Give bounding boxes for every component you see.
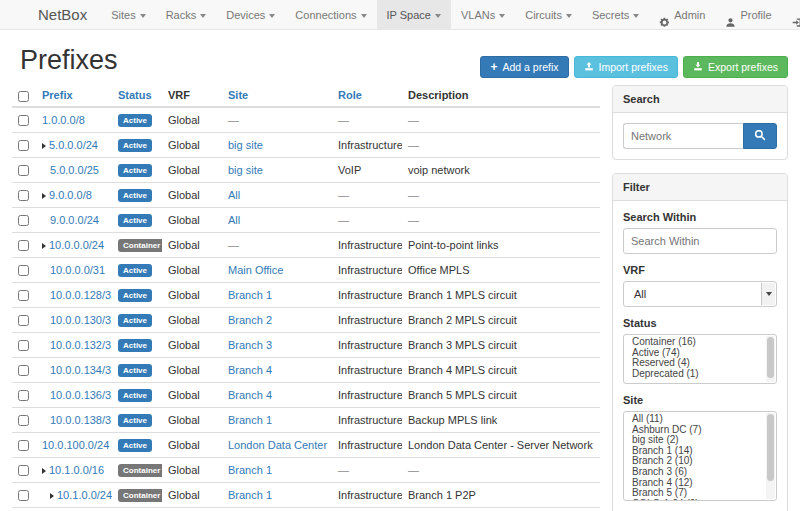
filter-select-vrf[interactable]: All <box>623 281 777 307</box>
gear-icon <box>659 9 670 20</box>
prefix-link[interactable]: 10.1.0.0/24 <box>57 489 112 501</box>
prefix-link[interactable]: 9.0.0.0/24 <box>50 214 99 226</box>
row-checkbox[interactable] <box>18 190 29 201</box>
prefix-link[interactable]: 10.0.0.0/24 <box>49 239 104 251</box>
filter-input-search-within[interactable] <box>623 228 777 254</box>
prefix-link[interactable]: 10.0.100.0/24 <box>42 439 109 451</box>
expand-arrow-icon[interactable] <box>50 493 54 499</box>
prefix-link[interactable]: 10.0.0.132/31 <box>50 339 112 351</box>
listbox-option[interactable]: Container (16) <box>624 337 764 348</box>
row-checkbox[interactable] <box>18 115 29 126</box>
site-link[interactable]: Branch 1 <box>228 464 272 476</box>
prefix-link[interactable]: 10.0.0.138/31 <box>50 414 112 426</box>
export-prefixes-button[interactable]: Export prefixes <box>683 56 788 78</box>
nav-item-secrets[interactable]: Secrets <box>582 0 649 29</box>
site-link[interactable]: Branch 1 <box>228 414 272 426</box>
prefix-link[interactable]: 9.0.0.0/8 <box>49 189 92 201</box>
sort-link[interactable]: Role <box>338 89 362 101</box>
nav-item-connections[interactable]: Connections <box>285 0 376 29</box>
nav-item-devices[interactable]: Devices <box>216 0 285 29</box>
row-checkbox[interactable] <box>18 365 29 376</box>
site-link[interactable]: Branch 4 <box>228 389 272 401</box>
nav-item-circuits[interactable]: Circuits <box>515 0 582 29</box>
scrollbar-track[interactable] <box>766 336 775 382</box>
status-badge: Container <box>118 464 162 477</box>
nav-item-admin[interactable]: Admin <box>649 0 715 29</box>
row-checkbox[interactable] <box>18 290 29 301</box>
prefix-link[interactable]: 1.0.0.0/8 <box>42 114 85 126</box>
site-link[interactable]: All <box>228 214 240 226</box>
prefix-link[interactable]: 10.0.0.128/31 <box>50 289 112 301</box>
row-checkbox[interactable] <box>18 340 29 351</box>
expand-arrow-icon[interactable] <box>42 143 46 149</box>
import-prefixes-button[interactable]: Import prefixes <box>574 56 678 78</box>
site-link[interactable]: Branch 1 <box>228 489 272 501</box>
scrollbar-track[interactable] <box>766 413 775 499</box>
expand-arrow-icon[interactable] <box>42 243 46 249</box>
nav-item-log-out[interactable]: Log out <box>782 0 800 29</box>
table-row: 10.0.0.136/31ActiveGlobalBranch 4Infrast… <box>12 382 600 407</box>
filter-panel: Filter Search WithinVRFAllStatusContaine… <box>612 173 788 511</box>
prefix-link[interactable]: 10.0.0.0/31 <box>50 264 105 276</box>
sort-link[interactable]: Site <box>228 89 248 101</box>
search-input[interactable] <box>623 123 743 149</box>
expand-arrow-icon[interactable] <box>42 193 46 199</box>
search-button[interactable] <box>743 123 777 149</box>
listbox-option[interactable]: Deprecated (1) <box>624 369 764 380</box>
listbox-option[interactable]: Branch 3 (6) <box>624 467 764 478</box>
row-checkbox[interactable] <box>18 240 29 251</box>
sort-link[interactable]: Status <box>118 89 152 101</box>
site-link[interactable]: Main Office <box>228 264 283 276</box>
row-checkbox[interactable] <box>18 490 29 501</box>
status-badge: Active <box>118 139 152 152</box>
prefix-link[interactable]: 10.0.0.130/31 <box>50 314 112 326</box>
prefix-link[interactable]: 5.0.0.0/25 <box>50 164 99 176</box>
role-value: Infrastructure <box>338 264 402 276</box>
site-link[interactable]: big site <box>228 164 263 176</box>
nav-item-sites[interactable]: Sites <box>101 0 155 29</box>
add-a-prefix-button[interactable]: +Add a prefix <box>480 56 568 78</box>
site-link[interactable]: All <box>228 189 240 201</box>
listbox-option[interactable]: All (11) <box>624 414 764 425</box>
row-checkbox[interactable] <box>18 415 29 426</box>
prefix-link[interactable]: 10.0.0.134/31 <box>50 364 112 376</box>
sort-link[interactable]: Prefix <box>42 89 73 101</box>
chevron-down-icon <box>361 14 367 18</box>
button-label: Add a prefix <box>502 61 558 73</box>
vrf-value: Global <box>168 414 200 426</box>
scrollbar-thumb[interactable] <box>767 337 774 378</box>
nav-item-ip-space[interactable]: IP Space <box>377 0 451 29</box>
row-checkbox[interactable] <box>18 440 29 451</box>
expand-arrow-icon[interactable] <box>42 468 46 474</box>
nav-item-racks[interactable]: Racks <box>156 0 217 29</box>
row-checkbox[interactable] <box>18 140 29 151</box>
row-checkbox[interactable] <box>18 315 29 326</box>
nav-item-vlans[interactable]: VLANs <box>451 0 515 29</box>
prefix-link[interactable]: 10.1.0.0/16 <box>49 464 104 476</box>
row-checkbox[interactable] <box>18 265 29 276</box>
prefix-link[interactable]: 10.0.0.136/31 <box>50 389 112 401</box>
site-link[interactable]: London Data Center <box>228 439 327 451</box>
site-link[interactable]: Branch 4 <box>228 364 272 376</box>
select-all-checkbox[interactable] <box>18 91 29 102</box>
description-value: London Data Center - Server Network <box>408 439 593 451</box>
row-checkbox[interactable] <box>18 465 29 476</box>
site-link[interactable]: big site <box>228 139 263 151</box>
brand[interactable]: NetBox <box>0 0 101 29</box>
site-link[interactable]: Branch 1 <box>228 289 272 301</box>
site-link[interactable]: Branch 2 <box>228 314 272 326</box>
site-link[interactable]: Branch 3 <box>228 339 272 351</box>
scrollbar-thumb[interactable] <box>767 414 774 481</box>
nav-item-profile[interactable]: Profile <box>715 0 781 29</box>
filter-listbox-site: All (11)Ashburn DC (7)big site (2)Branch… <box>623 411 777 501</box>
row-checkbox[interactable] <box>18 215 29 226</box>
user-icon <box>725 9 736 20</box>
listbox-option[interactable]: COLO-1-24 (0) <box>624 499 764 501</box>
table-body: 1.0.0.0/8ActiveGlobal———5.0.0.0/24Active… <box>12 107 600 511</box>
status-badge: Active <box>118 114 152 127</box>
prefix-link[interactable]: 5.0.0.0/24 <box>49 139 98 151</box>
row-checkbox[interactable] <box>18 165 29 176</box>
row-checkbox[interactable] <box>18 390 29 401</box>
vrf-value: Global <box>168 339 200 351</box>
vrf-value: Global <box>168 189 200 201</box>
